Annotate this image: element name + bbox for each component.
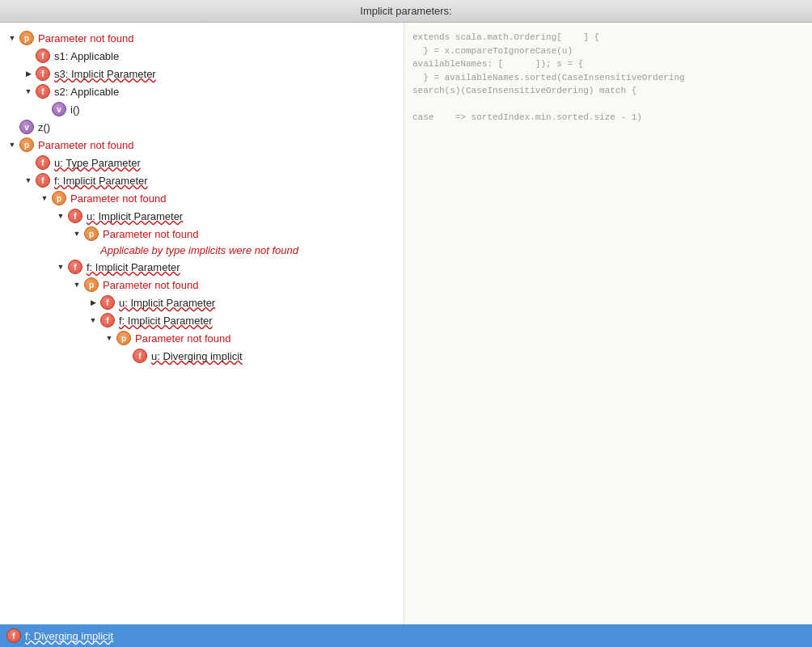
applicable-by-type-msg: Applicable by type implicits were not fo… [0,243,404,258]
param-not-found-2[interactable]: p Parameter not found [0,136,404,154]
badge-p-4: p [84,226,99,241]
s1-label: s1: Applicable [54,50,119,62]
s3-implicit[interactable]: f s3: Implicit Parameter [0,65,404,82]
param-not-found-1-label: Parameter not found [38,32,134,44]
arrow-down-p3 [39,192,50,204]
tree-panel[interactable]: p Parameter not found f s1: Applicable f… [0,23,404,624]
badge-f-u1: f [36,155,50,170]
param-not-found-6-label: Parameter not found [135,332,231,345]
f-implicit-1[interactable]: f f: Implicit Parameter [0,171,404,189]
badge-f-u2: f [68,209,82,223]
arrow-down-f3 [87,315,99,326]
badge-f-ud: f [133,349,147,363]
f-implicit-2[interactable]: f f: Implicit Parameter [0,258,404,276]
arrow-down-f1 [23,175,34,186]
title-bar: Implicit parameters: [0,0,812,23]
z-label: z() [38,121,50,133]
badge-f-s2: f [36,84,50,99]
param-not-found-1[interactable]: p Parameter not found [0,29,404,47]
badge-p: p [19,31,34,45]
f-implicit-3-label: f: Implicit Parameter [119,315,213,327]
arrow-down-p2 [6,139,18,150]
f-implicit-2-label: f: Implicit Parameter [87,261,180,273]
u-implicit-2[interactable]: f u: Implicit Parameter [0,294,404,311]
param-not-found-2-label: Parameter not found [38,139,134,151]
s2-applicable[interactable]: f s2: Applicable [0,82,404,100]
badge-f-f1: f [36,173,50,188]
title-label: Implicit parameters: [360,5,451,17]
arrow-down-p6 [104,332,115,344]
f-implicit-1-label: f: Implicit Parameter [54,175,148,187]
status-bar: f f: Diverging implicit [0,624,812,647]
arrow-right-icon [23,68,34,79]
f-implicit-3[interactable]: f f: Implicit Parameter [0,311,404,329]
param-not-found-5-label: Parameter not found [103,279,199,291]
status-badge-f: f [6,628,21,643]
badge-f-s1: f [36,49,50,63]
badge-p-6: p [116,331,131,345]
status-label: f: Diverging implicit [25,630,113,642]
code-text: extends scala.math.Ordering[ ] { } = x.c… [404,23,812,133]
badge-f-s3: f [36,66,50,81]
param-not-found-3-label: Parameter not found [70,192,167,205]
badge-p-3: p [52,191,66,205]
applicable-msg-label: Applicable by type implicits were not fo… [100,244,298,256]
arrow-down-u2 [55,210,66,222]
code-panel: extends scala.math.Ordering[ ] { } = x.c… [404,23,812,624]
main-window: Implicit parameters: p Parameter not fou… [0,0,812,647]
s3-label: s3: Implicit Parameter [54,68,156,80]
param-not-found-4[interactable]: p Parameter not found [0,225,404,243]
param-not-found-6[interactable]: p Parameter not found [0,329,404,347]
arrow-down-p5 [71,279,82,290]
param-not-found-4-label: Parameter not found [103,228,199,240]
param-not-found-5[interactable]: p Parameter not found [0,276,404,294]
badge-p-2: p [19,137,34,152]
badge-v-z: v [19,120,34,134]
u-implicit-1-label: u: Implicit Parameter [87,210,183,222]
param-not-found-3[interactable]: p Parameter not found [0,189,404,207]
arrow-down-p4 [71,228,82,239]
badge-p-5: p [84,277,99,292]
badge-f-f3: f [100,313,115,328]
u-diverging[interactable]: f u: Diverging implicit [0,347,404,365]
u-type-label: u: Type Parameter [54,157,141,169]
arrow-down-icon [6,32,18,44]
u-implicit-1[interactable]: f u: Implicit Parameter [0,207,404,225]
arrow-down-f2 [55,261,66,273]
arrow-right-u3 [87,297,99,308]
u-type-param[interactable]: f u: Type Parameter [0,154,404,171]
content-area: p Parameter not found f s1: Applicable f… [0,23,812,624]
badge-v-i: v [52,102,66,116]
badge-f-f2: f [68,260,82,274]
s1-applicable[interactable]: f s1: Applicable [0,47,404,65]
i-call[interactable]: v i() [0,100,404,118]
i-label: i() [70,104,80,116]
u-diverging-label: u: Diverging implicit [151,350,243,362]
s2-label: s2: Applicable [54,86,119,98]
z-call[interactable]: v z() [0,118,404,136]
arrow-down-s2 [23,86,34,97]
badge-f-u3: f [100,295,115,310]
u-implicit-2-label: u: Implicit Parameter [119,297,215,309]
